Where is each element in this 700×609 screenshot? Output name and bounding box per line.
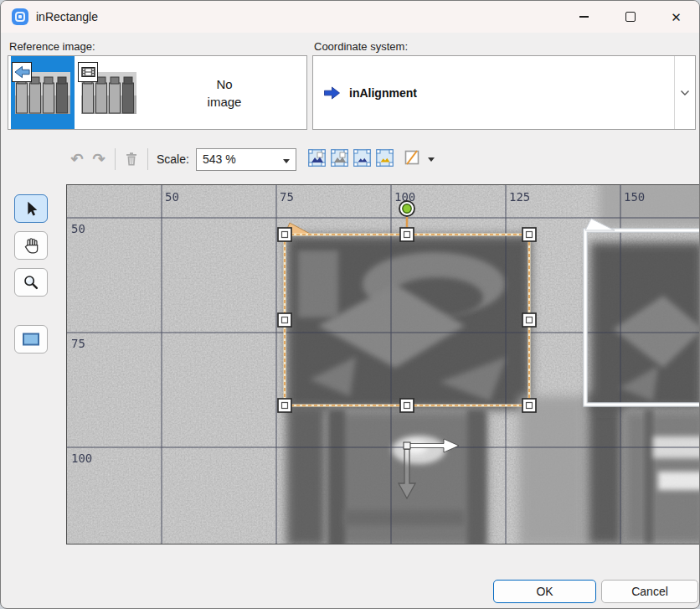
ruler-x-label: 150 xyxy=(624,190,645,204)
filmstrip-icon xyxy=(81,66,95,78)
original-image-size-button[interactable] xyxy=(331,149,348,170)
cancel-button[interactable]: Cancel xyxy=(601,580,698,603)
rectangle-icon xyxy=(21,331,41,348)
coordinate-system-label: Coordinate system: xyxy=(314,40,408,53)
filmstrip-badge xyxy=(78,62,98,82)
dialog-window: inRectangle ✕ Reference image: Coordinat… xyxy=(0,0,700,609)
title-bar: inRectangle ✕ xyxy=(1,1,699,33)
reference-option-preview-image[interactable] xyxy=(77,56,141,129)
trash-icon xyxy=(125,152,138,167)
app-icon xyxy=(12,8,28,25)
ruler-y-label: 100 xyxy=(71,452,92,465)
coordinate-dropdown-button[interactable] xyxy=(674,56,695,129)
toolbar-separator xyxy=(115,148,116,170)
reference-image-label: Reference image: xyxy=(9,40,95,53)
close-icon: ✕ xyxy=(671,11,682,23)
window-title: inRectangle xyxy=(36,10,98,23)
ruler-x-label: 75 xyxy=(280,190,294,204)
scale-label: Scale: xyxy=(157,152,189,166)
scale-combobox[interactable]: 543 % xyxy=(196,148,296,171)
page-glyph xyxy=(317,152,322,157)
ok-button[interactable]: OK xyxy=(493,580,596,603)
input-image-badge xyxy=(12,62,32,82)
reference-option-current-image[interactable] xyxy=(11,56,75,129)
ruler-y-label: 75 xyxy=(71,337,85,350)
reference-option-no-image[interactable]: No image xyxy=(142,56,306,129)
select-tool-button[interactable] xyxy=(14,194,48,223)
redo-icon: ↷ xyxy=(92,152,105,167)
ruler-y-label: 50 xyxy=(71,222,85,235)
fit-selection-to-window-button[interactable] xyxy=(376,149,394,170)
minimize-icon xyxy=(579,16,589,17)
page-glyph xyxy=(340,152,345,157)
maximize-icon xyxy=(625,12,636,22)
cancel-label: Cancel xyxy=(631,585,668,598)
pan-tool-button[interactable] xyxy=(14,231,48,260)
ruler-x-label: 125 xyxy=(509,190,530,204)
cursor-arrow-icon xyxy=(22,199,40,218)
scale-value: 543 % xyxy=(203,152,236,166)
hide-overlay-button[interactable] xyxy=(404,149,420,169)
delete-button[interactable] xyxy=(121,147,142,171)
blue-left-arrow-icon xyxy=(14,65,30,79)
undo-icon: ↶ xyxy=(70,152,83,167)
canvas-toolbar: ↶ ↷ Scale: 543 % xyxy=(66,144,435,174)
axes-origin xyxy=(404,442,410,449)
magnifier-icon xyxy=(22,273,40,292)
fit-image-to-window-button[interactable] xyxy=(308,149,326,170)
maximize-button[interactable] xyxy=(607,1,653,33)
rectangle-tool-button[interactable] xyxy=(14,325,48,354)
chevron-down-icon xyxy=(680,90,690,96)
toolbar-separator xyxy=(147,148,148,170)
no-image-line2: image xyxy=(208,93,242,111)
coordinate-system-value: inAlignment xyxy=(349,86,417,100)
ok-label: OK xyxy=(536,585,553,598)
blue-right-arrow-icon xyxy=(323,86,341,100)
zoom-tool-button[interactable] xyxy=(14,268,48,297)
no-image-line1: No xyxy=(216,75,232,93)
rotation-handle[interactable] xyxy=(399,201,414,216)
redo-button[interactable]: ↷ xyxy=(88,147,110,171)
rectangle-editor-canvas[interactable]: 50 75 100 125 150 50 75 100 xyxy=(66,184,700,544)
coordinate-system-dropdown[interactable]: inAlignment xyxy=(312,55,696,130)
undo-button[interactable]: ↶ xyxy=(66,147,88,171)
hand-icon xyxy=(22,236,40,255)
fit-region-to-window-button[interactable] xyxy=(353,149,371,170)
close-button[interactable]: ✕ xyxy=(653,1,699,33)
ruler-x-label: 50 xyxy=(165,190,179,204)
no-overlay-icon xyxy=(404,149,420,166)
reference-image-selector: No image xyxy=(8,55,307,130)
combo-caret-icon xyxy=(283,159,290,163)
minimize-button[interactable] xyxy=(561,1,607,33)
overlay-options-caret[interactable] xyxy=(428,157,435,162)
